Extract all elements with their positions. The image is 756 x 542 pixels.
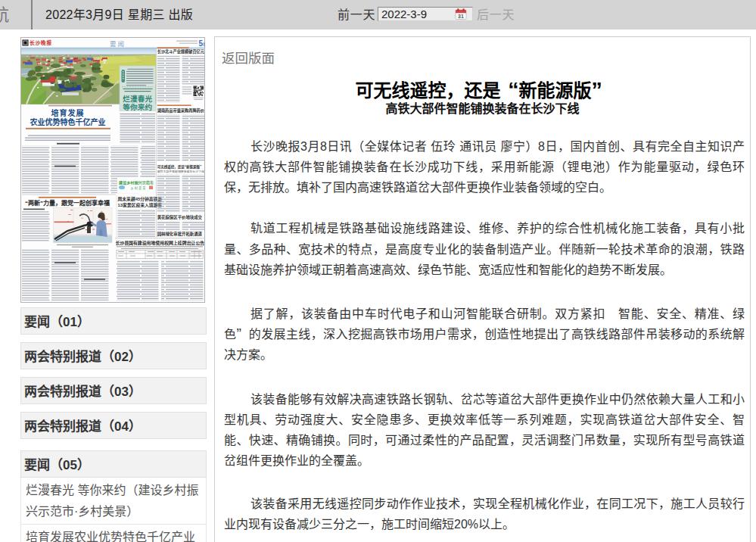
svg-text:要闻: 要闻 [110, 40, 126, 48]
svg-text:13家景区迎来入境游客: 13家景区迎来入境游客 [118, 202, 163, 208]
svg-text:培育发展: 培育发展 [51, 108, 85, 117]
svg-text:高铁大部件智能铺换装备在长沙下线: 高铁大部件智能铺换装备在长沙下线 [157, 170, 204, 173]
svg-text:版: 版 [203, 42, 205, 47]
svg-text:乡村美景: 乡村美景 [131, 185, 147, 191]
svg-text:农业优势特色千亿产业: 农业优势特色千亿产业 [30, 117, 106, 126]
svg-text:长沙县国有建设用地使用权网上挂牌出让公告: 长沙县国有建设用地使用权网上挂牌出让公告 [115, 240, 204, 246]
svg-text:周末来趟45分钟高铁游: 周末来趟45分钟高铁游 [118, 196, 163, 202]
svg-text:湖南药品带量采购再降药价: 湖南药品带量采购再降药价 [157, 107, 205, 114]
svg-text:黄花综保区平价地块成交: 黄花综保区平价地块成交 [157, 214, 203, 220]
svg-text:31: 31 [458, 14, 464, 19]
svg-text:长沙北斗产业规模破百亿元: 长沙北斗产业规模破百亿元 [157, 48, 205, 55]
svg-text:长沙晚报: 长沙晚报 [30, 39, 52, 46]
svg-text:“两新”力量，跟党一起创享幸福: “两新”力量，跟党一起创享幸福 [25, 199, 110, 207]
svg-text:烂漫春光: 烂漫春光 [123, 95, 152, 103]
svg-text:等你来约: 等你来约 [122, 103, 152, 111]
svg-text:园林绿化审批开拓新通道: 园林绿化审批开拓新通道 [157, 231, 203, 237]
svg-text:建设乡村振兴示范市: 建设乡村振兴示范市 [119, 180, 154, 185]
